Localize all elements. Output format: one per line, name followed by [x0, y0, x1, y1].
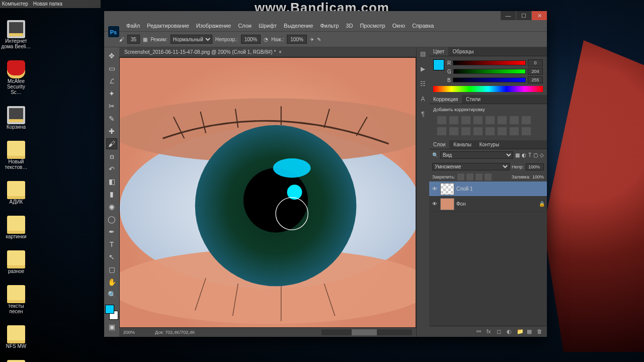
move-tool[interactable]: ✥	[106, 50, 117, 61]
foreground-color-swatch[interactable]	[105, 305, 114, 314]
lock-trans-icon[interactable]	[457, 173, 464, 180]
marquee-tool[interactable]: ▭	[106, 63, 117, 74]
layer-filter-select[interactable]: Вид	[440, 151, 513, 159]
adj-posterize-icon[interactable]	[486, 127, 495, 135]
tab-styles[interactable]: Стили	[462, 95, 485, 104]
zoom-level[interactable]: 200%	[123, 330, 135, 335]
adj-hue-icon[interactable]	[498, 116, 507, 124]
menu-window[interactable]: Окно	[392, 23, 406, 29]
menu-view[interactable]: Просмотр	[360, 23, 385, 29]
adj-selective-icon[interactable]	[522, 127, 531, 135]
layer-name[interactable]: Фон	[456, 201, 466, 207]
adj-mixer-icon[interactable]	[449, 127, 458, 135]
new-group-icon[interactable]: 📁	[517, 328, 524, 335]
history-brush-tool[interactable]: ↶	[106, 163, 117, 174]
close-tab-icon[interactable]: ×	[279, 49, 282, 55]
tab-swatches[interactable]: Образцы	[448, 47, 477, 56]
desktop-icon[interactable]: Интернет дома Beeli…	[1, 20, 31, 49]
visibility-icon[interactable]: 👁	[431, 186, 438, 192]
shape-tool[interactable]: ▢	[106, 264, 117, 275]
layer-row[interactable]: 👁 Слой 1	[429, 182, 547, 197]
r-value[interactable]: 0	[528, 59, 543, 66]
filter-shape-icon[interactable]: ▢	[533, 152, 538, 158]
g-slider[interactable]	[453, 69, 526, 74]
stamp-tool[interactable]: ⧈	[106, 151, 117, 162]
color-swatches[interactable]	[105, 305, 118, 320]
h-scrollbar[interactable]	[321, 329, 412, 335]
type-tool[interactable]: T	[106, 239, 117, 250]
blend-mode-select[interactable]: Нормальный	[171, 35, 212, 44]
brush-tool[interactable]: 🖌	[106, 138, 117, 149]
adj-balance-icon[interactable]	[510, 116, 519, 124]
adj-photo-icon[interactable]	[437, 127, 446, 135]
brush-tool-icon[interactable]: 🖌	[119, 37, 124, 42]
brush-panel-icon[interactable]: ▦	[143, 37, 147, 42]
adj-brightness-icon[interactable]	[437, 116, 446, 124]
g-value[interactable]: 204	[528, 68, 543, 75]
b-slider[interactable]	[453, 77, 526, 82]
properties-panel-icon[interactable]: ☷	[419, 80, 428, 89]
menu-select[interactable]: Выделение	[284, 23, 313, 29]
paragraph-panel-icon[interactable]: ¶	[419, 111, 428, 120]
pressure-opacity-icon[interactable]: ◔	[264, 37, 268, 42]
b-value[interactable]: 255	[528, 76, 543, 83]
minimize-button[interactable]: —	[501, 11, 516, 20]
healing-tool[interactable]: ✚	[106, 126, 117, 137]
lock-paint-icon[interactable]	[466, 173, 473, 180]
adj-bw-icon[interactable]	[522, 116, 531, 124]
adj-curves-icon[interactable]	[461, 116, 470, 124]
crop-tool[interactable]: ✂	[106, 101, 117, 112]
path-tool[interactable]: ↖	[106, 251, 117, 262]
wand-tool[interactable]: ✦	[106, 88, 117, 99]
lasso-tool[interactable]: 𝓛	[106, 75, 117, 86]
pressure-size-icon[interactable]: ✎	[317, 37, 321, 42]
menu-image[interactable]: Изображение	[196, 23, 231, 29]
canvas[interactable]	[119, 57, 416, 328]
menu-layer[interactable]: Слои	[238, 23, 252, 29]
desktop-icon[interactable]: Новый текстов…	[1, 141, 31, 170]
brush-size-field[interactable]: 35	[127, 35, 140, 44]
adj-levels-icon[interactable]	[449, 116, 458, 124]
filter-smart-icon[interactable]: ◇	[540, 152, 544, 158]
menu-file[interactable]: Файл	[126, 23, 140, 29]
desktop-icon[interactable]: тексты песен	[1, 285, 31, 314]
filter-adjust-icon[interactable]: ◐	[522, 152, 526, 158]
adj-threshold-icon[interactable]	[498, 127, 507, 135]
filter-pixel-icon[interactable]: ▦	[515, 152, 520, 158]
visibility-icon[interactable]: 👁	[431, 201, 438, 207]
tab-color[interactable]: Цвет	[429, 47, 448, 56]
character-panel-icon[interactable]: A	[419, 96, 428, 105]
blur-tool[interactable]: ◉	[106, 201, 117, 212]
doc-info[interactable]: Док: 702,4K/702,4K	[155, 330, 195, 335]
desktop-icon[interactable]: АДИК	[1, 181, 31, 205]
adj-lookup-icon[interactable]	[461, 127, 470, 135]
layer-thumbnail[interactable]	[440, 183, 454, 195]
document-tab[interactable]: Screenshot_2016-06-11-15-47-08.png @ 200…	[119, 47, 416, 57]
close-button[interactable]: ✕	[532, 11, 547, 20]
tab-channels[interactable]: Каналы	[449, 140, 475, 149]
adj-gradient-icon[interactable]	[510, 127, 519, 135]
desktop-icon[interactable]: Корзина	[1, 106, 31, 130]
eyedropper-tool[interactable]: ✎	[106, 113, 117, 124]
layer-fx-icon[interactable]: fx	[487, 328, 494, 335]
layer-mask-icon[interactable]: ◻	[497, 328, 504, 335]
desktop-icon[interactable]: разное	[1, 250, 31, 274]
menu-help[interactable]: Справка	[412, 23, 434, 29]
fill-field[interactable]: 100%	[532, 174, 544, 179]
airbrush-icon[interactable]: ✈	[310, 37, 314, 42]
link-layers-icon[interactable]: ⚯	[476, 328, 484, 335]
lock-pos-icon[interactable]	[475, 173, 482, 180]
menu-3d[interactable]: 3D	[346, 23, 353, 29]
quickmask-tool[interactable]: ▣	[106, 321, 117, 332]
desktop-icon[interactable]: NFS MW	[1, 325, 31, 349]
delete-layer-icon[interactable]: 🗑	[537, 328, 544, 335]
maximize-button[interactable]: ☐	[516, 11, 531, 20]
new-layer-icon[interactable]: ▦	[527, 328, 534, 335]
hand-tool[interactable]: ✋	[106, 277, 117, 288]
menu-type[interactable]: Шрифт	[259, 23, 277, 29]
menu-edit[interactable]: Редактирование	[147, 23, 189, 29]
flow-field[interactable]: 100%	[287, 35, 307, 44]
window-titlebar[interactable]: — ☐ ✕	[104, 11, 547, 20]
adj-vibrance-icon[interactable]	[486, 116, 495, 124]
actions-panel-icon[interactable]: ▶	[419, 65, 428, 74]
